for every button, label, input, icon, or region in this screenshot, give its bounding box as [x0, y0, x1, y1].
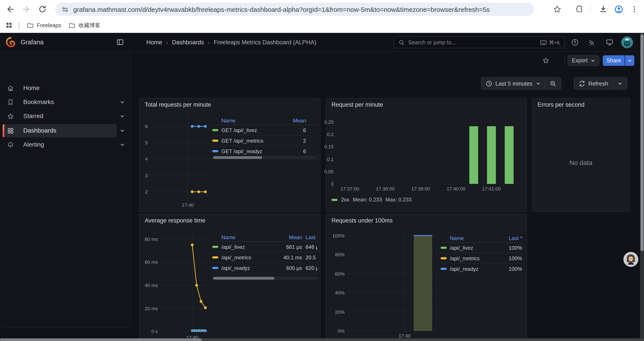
y-axis-tick-label: 60 ms: [132, 260, 158, 265]
chart-svg: [347, 232, 437, 331]
series-color-pill: [212, 246, 218, 248]
breadcrumb-separator: ›: [208, 39, 210, 46]
share-dropdown-button[interactable]: [625, 55, 634, 66]
tune-icon[interactable]: [62, 6, 69, 13]
search-input[interactable]: Search or jump to... ⌘+k: [394, 37, 565, 48]
x-axis-tick-label: 17:40: [172, 202, 203, 208]
y-axis-tick-label: 4: [122, 156, 148, 162]
browser-menu-icon[interactable]: [630, 5, 639, 14]
legend-row[interactable]: /api/_metrics40.1 ms20.5 ms: [212, 252, 318, 263]
series-name: /api/_metrics: [450, 255, 480, 261]
vertical-scrollbar[interactable]: [640, 33, 644, 341]
panel-title: Request per minute: [332, 101, 383, 108]
chevron-down-icon: [618, 81, 622, 86]
search-placeholder: Search or jump to...: [408, 39, 456, 46]
legend-row[interactable]: GET /api/_metrics2: [212, 136, 318, 146]
sidebar-item-bookmarks[interactable]: Bookmarks: [0, 95, 131, 109]
table-header-cell[interactable]: Name: [440, 235, 498, 241]
reload-icon[interactable]: [38, 5, 47, 14]
grafana-logo[interactable]: [6, 37, 16, 47]
time-range-picker[interactable]: Last 5 minutes: [481, 78, 545, 89]
chart-legend[interactable]: 2xx Mean: 0.233 Max: 0.233: [332, 197, 412, 203]
breadcrumb-home[interactable]: Home: [146, 39, 162, 46]
sidebar-toggle-icon[interactable]: [116, 39, 124, 46]
export-button[interactable]: Export: [568, 55, 599, 66]
vertical-scrollbar-thumb[interactable]: [640, 34, 644, 251]
series-value: 20.5 ms: [306, 254, 318, 260]
horizontal-scrollbar-thumb[interactable]: [0, 338, 202, 341]
legend-table: NameMeanGET /api/_livez6GET /api/_metric…: [212, 117, 318, 157]
y-axis-tick-label: 0.2: [308, 132, 334, 137]
refresh-button[interactable]: Refresh: [574, 78, 613, 89]
extensions-icon[interactable]: [575, 5, 584, 14]
panel-title: Average response time: [145, 217, 206, 224]
folder-icon: [68, 22, 76, 29]
share-button[interactable]: Share: [603, 55, 625, 66]
table-header-cell[interactable]: Name: [212, 118, 286, 124]
table-header-cell[interactable]: Last *: [501, 235, 522, 241]
bookmark-folder-blogs[interactable]: 收藏博客: [66, 20, 103, 31]
panel-title: Total requests per minute: [145, 101, 211, 108]
profile-icon[interactable]: [614, 5, 623, 14]
breadcrumb-separator: ›: [166, 39, 168, 46]
table-header-cell[interactable]: Mean: [289, 118, 306, 124]
sidebar-item-home[interactable]: Home: [0, 81, 131, 95]
chart-requests-under-100ms: 100%80%60%40%20%0%17:40: [347, 232, 437, 331]
y-axis-tick-label: 6: [122, 124, 148, 129]
chevron-down-icon[interactable]: [120, 114, 125, 119]
sidebar-item-alerting[interactable]: Alerting: [0, 138, 131, 152]
sidebar-item-label: Home: [23, 84, 40, 91]
sidebar-item-starred[interactable]: Starred: [0, 109, 131, 123]
panel-request-per-minute[interactable]: Request per minute 0.250.20.150.10.05017…: [326, 98, 527, 212]
legend-row[interactable]: /api/_readyz100%: [440, 264, 522, 274]
x-axis-tick-label: 17:38:00: [370, 186, 400, 191]
sidebar-item-label: Dashboards: [23, 127, 56, 134]
favorite-star-icon[interactable]: [542, 57, 549, 64]
bookmark-folder-freeleaps[interactable]: Freeleaps: [24, 20, 64, 31]
refresh-interval-dropdown[interactable]: [613, 78, 627, 89]
legend-scrollbar[interactable]: [212, 276, 318, 280]
folder-icon: [27, 22, 34, 29]
horizontal-scrollbar[interactable]: [0, 338, 644, 341]
panel-errors-per-second[interactable]: Errors per second No data: [532, 98, 630, 212]
apps-grid-icon[interactable]: [5, 22, 14, 30]
legend-table: NameMeanLast */api/_livez661 µs646 µs/ap…: [212, 233, 318, 273]
panel-average-response-time[interactable]: Average response time 80 ms60 ms40 ms20 …: [139, 214, 320, 341]
url-bar[interactable]: grafana.mathmast.com/d/deytv4rwavabkb/fr…: [55, 3, 534, 16]
legend-row[interactable]: /api/_livez100%: [440, 243, 522, 253]
x-axis-tick-label: 17:39:00: [405, 186, 436, 191]
legend-row[interactable]: GET /api/_readyz6: [212, 146, 318, 157]
bookmarks-divider: [18, 22, 19, 30]
forward-icon[interactable]: [22, 5, 31, 14]
chevron-down-icon: [627, 58, 632, 63]
legend-row[interactable]: /api/_livez661 µs646 µs: [212, 242, 318, 252]
back-icon[interactable]: [6, 5, 14, 14]
table-header-cell[interactable]: Mean: [279, 234, 302, 240]
legend-table-header: NameMeanLast *: [212, 233, 318, 242]
user-avatar[interactable]: [621, 37, 633, 48]
bookmark-star-icon[interactable]: [553, 5, 562, 14]
url-text[interactable]: grafana.mathmast.com/d/deytv4rwavabkb/fr…: [73, 6, 490, 13]
legend-row[interactable]: /api/_metrics100%: [440, 253, 522, 264]
legend-row[interactable]: /api/_readyz605 µs620 µs: [212, 263, 318, 273]
panel-requests-under-100ms[interactable]: Requests under 100ms 100%80%60%40%20%0%1…: [326, 214, 527, 341]
legend-scrollbar[interactable]: [212, 156, 318, 159]
legend-row[interactable]: GET /api/_livez6: [212, 125, 318, 136]
help-icon[interactable]: [571, 39, 579, 46]
breadcrumb-dashboards[interactable]: Dashboards: [172, 39, 204, 46]
panel-total-requests[interactable]: Total requests per minute 6543217:40 Nam…: [139, 98, 320, 212]
chevron-down-icon[interactable]: [120, 100, 125, 105]
assistant-avatar[interactable]: [624, 252, 638, 267]
sidebar-item-dashboards[interactable]: Dashboards: [0, 124, 131, 138]
series-value: 100%: [501, 255, 522, 261]
search-icon: [398, 39, 405, 46]
series-color-pill: [212, 140, 218, 142]
zoom-out-button[interactable]: [545, 78, 560, 89]
table-header-cell[interactable]: Last *: [306, 234, 318, 240]
monitor-icon[interactable]: [606, 39, 613, 46]
table-header-cell[interactable]: Name: [212, 234, 276, 240]
series-color-pill: [440, 268, 447, 270]
download-icon[interactable]: [599, 5, 608, 14]
legend-table-header: NameMean: [212, 117, 318, 125]
news-rss-icon[interactable]: [588, 39, 596, 46]
